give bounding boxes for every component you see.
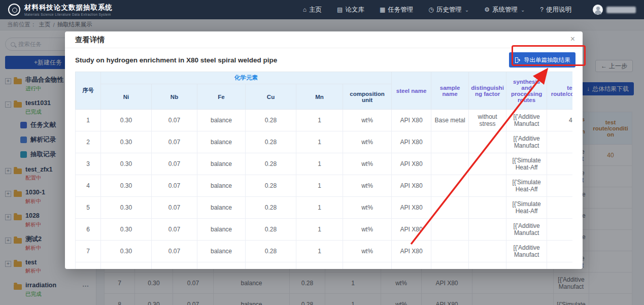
col-header-ni: Ni — [101, 84, 152, 110]
col-header-index: 序号 — [76, 72, 101, 110]
nav-item-home[interactable]: ⌂ 主页 — [303, 6, 322, 14]
cell-sample-name — [431, 131, 469, 153]
cell-index: 6 — [76, 219, 101, 241]
export-single-result-button[interactable]: 导出单篇抽取结果 — [509, 52, 575, 67]
result-row: 1 0.30 0.07 balance 0.28 1 wt% API X80 B… — [76, 110, 573, 131]
history-icon: ◷ — [428, 6, 433, 13]
result-row: 8 0.30 0.07 balance 0.28 1 wt% API X80 [… — [76, 262, 573, 269]
modal-header: 查看详情 — [65, 31, 583, 48]
result-row: 3 0.30 0.07 balance 0.28 1 wt% API X80 [… — [76, 153, 573, 175]
cell-ni: 0.30 — [101, 110, 152, 131]
cell-steel-name: API X80 — [392, 241, 431, 262]
nav-item-system-management[interactable]: ⚙ 系统管理 ⌄ — [484, 6, 525, 14]
view-details-modal: 查看详情 × Study on hydrogen enrichment in X… — [65, 31, 583, 269]
cell-synthesis-routes: [{'Simulate Heat-Aff — [506, 197, 547, 219]
cell-ni: 0.30 — [101, 262, 152, 269]
cell-unit: wt% — [343, 197, 392, 219]
cell-ni: 0.30 — [101, 241, 152, 262]
cell-distinguishing-factor: without stress — [469, 110, 506, 131]
nav-item-paper-library[interactable]: ▤ 论文库 — [337, 6, 364, 14]
cell-steel-name: API X80 — [392, 153, 431, 175]
cell-sample-name — [431, 262, 469, 269]
cell-test-route — [547, 175, 572, 197]
col-header-nb: Nb — [152, 84, 197, 110]
chevron-down-icon: ⌄ — [521, 7, 525, 13]
cell-sample-name — [431, 219, 469, 241]
cell-test-route — [547, 262, 572, 269]
cell-unit: wt% — [343, 131, 392, 153]
cell-nb: 0.07 — [152, 110, 197, 131]
result-row: 5 0.30 0.07 balance 0.28 1 wt% API X80 [… — [76, 197, 573, 219]
cell-mn: 1 — [296, 131, 343, 153]
cell-nb: 0.07 — [152, 175, 197, 197]
modal-table-container: 序号 化学元素 steel name sample name distingui… — [75, 72, 572, 269]
cell-nb: 0.07 — [152, 241, 197, 262]
cell-fe: balance — [197, 219, 246, 241]
cell-ni: 0.30 — [101, 153, 152, 175]
cell-distinguishing-factor — [469, 197, 506, 219]
cell-index: 7 — [76, 241, 101, 262]
col-header-cu: Cu — [246, 84, 296, 110]
cell-index: 8 — [76, 262, 101, 269]
cell-index: 5 — [76, 197, 101, 219]
cell-distinguishing-factor — [469, 153, 506, 175]
app-subtitle: Materials Science Literature Data Extrac… — [24, 13, 113, 16]
cell-unit: wt% — [343, 241, 392, 262]
cell-nb: 0.07 — [152, 131, 197, 153]
cell-unit: wt% — [343, 262, 392, 269]
nav-item-help[interactable]: ? 使用说明 — [540, 6, 571, 14]
nav-menu: ⌂ 主页 ▤ 论文库 ▦ 任务管理 ◷ 历史管理 ⌄ ⚙ 系统管理 ⌄ ? 使用… — [303, 5, 636, 15]
cell-mn: 1 — [296, 175, 343, 197]
cell-distinguishing-factor — [469, 131, 506, 153]
cell-steel-name: API X80 — [392, 197, 431, 219]
cell-distinguishing-factor — [469, 219, 506, 241]
cell-steel-name: API X80 — [392, 175, 431, 197]
cell-ni: 0.30 — [101, 131, 152, 153]
cell-unit: wt% — [343, 219, 392, 241]
cell-synthesis-routes: [{'Additive Manufact — [506, 219, 547, 241]
cell-cu: 0.28 — [246, 219, 296, 241]
cell-cu: 0.28 — [246, 175, 296, 197]
cell-test-route — [547, 131, 572, 153]
cell-fe: balance — [197, 153, 246, 175]
cell-index: 1 — [76, 110, 101, 131]
cell-nb: 0.07 — [152, 219, 197, 241]
cell-mn: 1 — [296, 262, 343, 269]
result-row: 7 0.30 0.07 balance 0.28 1 wt% API X80 [… — [76, 241, 573, 262]
cell-sample-name — [431, 153, 469, 175]
cell-sample-name — [431, 197, 469, 219]
cell-index: 2 — [76, 131, 101, 153]
col-header-steel-name: steel name — [392, 72, 431, 110]
cell-cu: 0.28 — [246, 110, 296, 131]
app-title: 材料科技论文数据抽取系统 — [24, 3, 113, 12]
cell-distinguishing-factor — [469, 241, 506, 262]
col-header-sample-name: sample name — [431, 72, 469, 110]
cell-cu: 0.28 — [246, 241, 296, 262]
cell-mn: 1 — [296, 241, 343, 262]
result-row: 4 0.30 0.07 balance 0.28 1 wt% API X80 [… — [76, 175, 573, 197]
cell-unit: wt% — [343, 110, 392, 131]
col-header-composition-unit: composition unit — [343, 84, 392, 110]
cell-nb: 0.07 — [152, 197, 197, 219]
user-menu[interactable] — [593, 5, 636, 15]
cell-mn: 1 — [296, 219, 343, 241]
group-header-row: 序号 化学元素 steel name sample name distingui… — [76, 72, 573, 84]
nav-item-task-management[interactable]: ▦ 任务管理 — [380, 6, 413, 14]
cell-test-route — [547, 241, 572, 262]
task-icon: ▦ — [380, 6, 385, 13]
nav-item-history-management[interactable]: ◷ 历史管理 ⌄ — [428, 6, 469, 14]
col-header-mn: Mn — [296, 84, 343, 110]
cell-steel-name: API X80 — [392, 262, 431, 269]
app-logo: 材料科技论文数据抽取系统 Materials Science Literatur… — [8, 3, 113, 16]
result-row: 2 0.30 0.07 balance 0.28 1 wt% API X80 [… — [76, 131, 573, 153]
cell-distinguishing-factor — [469, 262, 506, 269]
cell-synthesis-routes: [{'Simulate Heat-Aff — [506, 175, 547, 197]
cell-unit: wt% — [343, 175, 392, 197]
close-icon[interactable]: × — [570, 35, 575, 43]
cell-synthesis-routes: [{'Simulate Heat-Aff — [506, 153, 547, 175]
extraction-results-table: 序号 化学元素 steel name sample name distingui… — [75, 72, 572, 269]
cell-sample-name: Base metal — [431, 110, 469, 131]
cell-cu: 0.28 — [246, 262, 296, 269]
cell-test-route: 40 — [547, 110, 572, 131]
cell-ni: 0.30 — [101, 219, 152, 241]
